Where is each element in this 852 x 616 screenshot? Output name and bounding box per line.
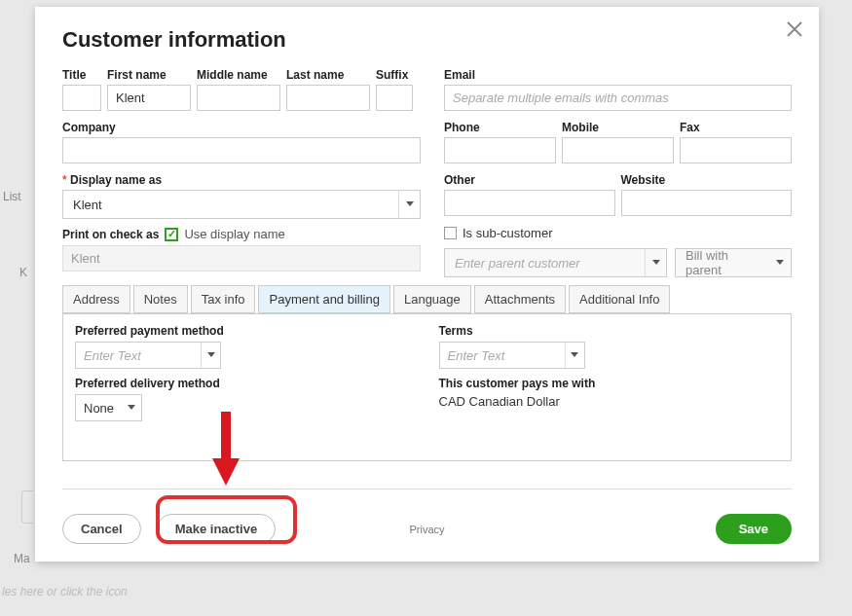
label-print-check: Print on check as (62, 228, 159, 241)
bg-ma: Ma (14, 552, 30, 565)
middle-name-field[interactable] (197, 85, 280, 111)
tab-tax-info[interactable]: Tax info (191, 285, 256, 313)
pref-delivery-method-label: Preferred delivery method (75, 377, 416, 390)
fax-field[interactable] (680, 137, 792, 163)
chevron-down-icon (769, 249, 791, 276)
chevron-down-icon (565, 343, 584, 368)
terms-value: Enter Text (440, 345, 565, 366)
bg-k: K (19, 266, 27, 279)
use-display-name-checkbox[interactable] (165, 228, 178, 241)
pref-payment-method-label: Preferred payment method (75, 324, 416, 338)
tab-language[interactable]: Language (393, 285, 471, 313)
terms-label: Terms (439, 324, 780, 338)
tab-address[interactable]: Address (62, 285, 130, 313)
label-title: Title (62, 68, 101, 82)
privacy-link[interactable]: Privacy (409, 524, 444, 535)
label-display-name: Display name as (62, 173, 421, 187)
bill-with-parent-select[interactable]: Bill with parent (675, 248, 792, 277)
make-inactive-button[interactable]: Make inactive (157, 514, 277, 544)
label-first-name: First name (107, 68, 191, 82)
label-is-subcustomer: Is sub-customer (463, 226, 552, 240)
display-name-select[interactable]: Klent (62, 190, 421, 219)
label-last-name: Last name (286, 68, 370, 82)
bg-list-fragment: List (3, 190, 21, 203)
title-field[interactable] (62, 85, 101, 111)
label-suffix: Suffix (376, 68, 413, 82)
display-name-value: Klent (63, 194, 398, 216)
first-name-field[interactable] (107, 85, 191, 111)
bill-with-parent-value: Bill with parent (676, 244, 769, 281)
phone-field[interactable] (444, 137, 556, 163)
terms-select[interactable]: Enter Text (439, 342, 585, 369)
pref-delivery-method-value: None (76, 398, 122, 418)
label-fax: Fax (680, 121, 792, 134)
pays-with-label: This customer pays me with (439, 377, 780, 390)
company-field[interactable] (62, 137, 421, 163)
tabset: Address Notes Tax info Payment and billi… (62, 285, 792, 313)
pref-delivery-method-select[interactable]: None (75, 394, 142, 421)
parent-customer-select[interactable]: Enter parent customer (444, 248, 667, 277)
customer-info-modal: Customer information Title First name Mi… (35, 7, 819, 562)
label-company: Company (62, 121, 421, 134)
label-other: Other (444, 173, 615, 187)
last-name-field[interactable] (286, 85, 370, 111)
label-website: Website (621, 173, 793, 187)
label-use-display-name: Use display name (184, 227, 284, 241)
label-phone: Phone (444, 121, 556, 134)
pref-payment-method-value: Enter Text (76, 345, 201, 366)
right-column: Email Phone Mobile Fax Othe (444, 68, 792, 277)
pref-payment-method-select[interactable]: Enter Text (75, 342, 221, 369)
label-middle-name: Middle name (197, 68, 280, 82)
bg-box-fragment (21, 490, 33, 524)
chevron-down-icon (398, 191, 420, 218)
label-email: Email (444, 68, 792, 82)
footer: Cancel Make inactive Privacy Save (62, 514, 792, 544)
chevron-down-icon (645, 249, 666, 276)
cancel-button[interactable]: Cancel (62, 514, 141, 544)
is-subcustomer-checkbox[interactable] (444, 227, 457, 239)
label-mobile: Mobile (562, 121, 674, 134)
suffix-field[interactable] (376, 85, 413, 111)
website-field[interactable] (621, 190, 793, 216)
mobile-field[interactable] (562, 137, 674, 163)
parent-customer-placeholder: Enter parent customer (445, 252, 645, 274)
modal-title: Customer information (62, 27, 792, 53)
email-field[interactable] (444, 85, 792, 111)
bg-attach-hint: les here or click the icon (2, 585, 128, 598)
tab-additional-info[interactable]: Additional Info (569, 285, 670, 313)
tab-attachments[interactable]: Attachments (474, 285, 566, 313)
tab-notes[interactable]: Notes (133, 285, 188, 313)
tab-panel-payment: Preferred payment method Enter Text Pref… (62, 313, 792, 461)
chevron-down-icon (201, 343, 220, 368)
print-check-field (62, 245, 421, 272)
tab-payment-billing[interactable]: Payment and billing (258, 285, 389, 313)
left-column: Title First name Middle name Last name S… (62, 68, 421, 277)
other-field[interactable] (444, 190, 615, 216)
footer-divider (62, 489, 792, 489)
chevron-down-icon (122, 395, 141, 420)
pays-with-value: CAD Canadian Dollar (439, 394, 780, 409)
close-icon[interactable] (786, 20, 803, 38)
save-button[interactable]: Save (716, 514, 792, 544)
